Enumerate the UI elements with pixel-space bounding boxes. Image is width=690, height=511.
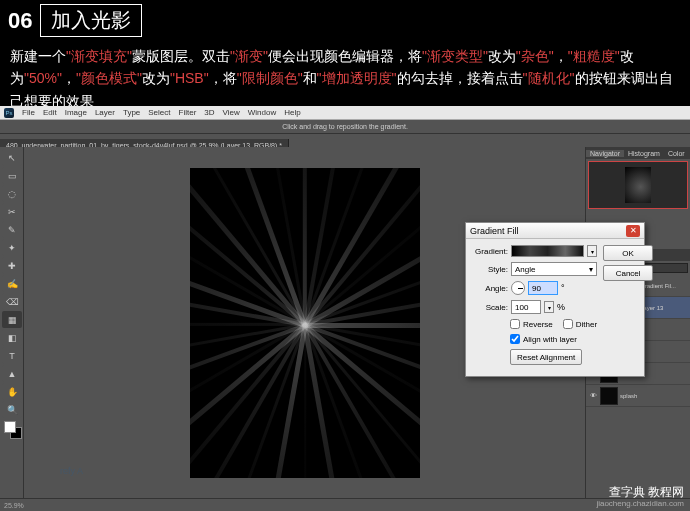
menu-help[interactable]: Help <box>284 108 300 117</box>
layer-thumbnail[interactable] <box>600 387 618 405</box>
dodge-tool-icon[interactable]: ◧ <box>2 329 22 346</box>
menu-select[interactable]: Select <box>148 108 170 117</box>
toolbox: ↖ ▭ ◌ ✂ ✎ ✦ ✚ ✍ ⌫ ▦ ◧ T ▲ ✋ 🔍 <box>0 147 24 498</box>
angle-unit: ° <box>561 283 565 293</box>
gradient-tool-icon[interactable]: ▦ <box>2 311 22 328</box>
gradient-preview[interactable] <box>511 245 584 257</box>
stamp-tool-icon[interactable]: ✍ <box>2 275 22 292</box>
options-bar: Click and drag to reposition the gradien… <box>0 120 690 134</box>
watermark: 查字典 教程网 jiaocheng.chazidian.com <box>596 485 684 509</box>
dialog-title: Gradient Fill <box>470 226 519 236</box>
cancel-button[interactable]: Cancel <box>603 265 653 281</box>
gradient-fill-dialog: Gradient Fill ✕ Gradient: ▾ Style: Angle… <box>465 222 645 377</box>
type-tool-icon[interactable]: T <box>2 347 22 364</box>
gradient-label: Gradient: <box>472 247 508 256</box>
step-number: 06 <box>8 8 32 34</box>
zoom-tool-icon[interactable]: 🔍 <box>2 401 22 418</box>
eyedropper-tool-icon[interactable]: ✎ <box>2 221 22 238</box>
menu-filter[interactable]: Filter <box>179 108 197 117</box>
eraser-tool-icon[interactable]: ⌫ <box>2 293 22 310</box>
dialog-titlebar[interactable]: Gradient Fill ✕ <box>466 223 644 239</box>
tab-navigator[interactable]: Navigator <box>586 150 624 157</box>
scale-dropdown-icon[interactable]: ▾ <box>544 301 554 313</box>
tab-histogram[interactable]: Histogram <box>624 150 664 157</box>
foreground-swatch[interactable] <box>4 421 16 433</box>
status-zoom: 25.9% <box>4 502 24 509</box>
style-select[interactable]: Angle▾ <box>511 262 597 276</box>
menu-view[interactable]: View <box>223 108 240 117</box>
menu-type[interactable]: Type <box>123 108 140 117</box>
marquee-tool-icon[interactable]: ▭ <box>2 167 22 184</box>
close-icon[interactable]: ✕ <box>626 225 640 237</box>
style-label: Style: <box>472 265 508 274</box>
menu-edit[interactable]: Edit <box>43 108 57 117</box>
step-description: 新建一个"渐变填充"蒙版图层。双击"渐变"便会出现颜色编辑器，将"渐变类型"改为… <box>8 45 682 112</box>
layer-row[interactable]: 👁 splash <box>586 385 690 407</box>
angle-dial[interactable] <box>511 281 525 295</box>
scale-label: Scale: <box>472 303 508 312</box>
tab-color[interactable]: Color <box>664 150 689 157</box>
menu-image[interactable]: Image <box>65 108 87 117</box>
align-checkbox[interactable]: Align with layer <box>510 334 577 344</box>
status-bar: 25.9% <box>0 498 690 511</box>
angle-input[interactable]: 90 <box>528 281 558 295</box>
reset-alignment-button[interactable]: Reset Alignment <box>510 349 582 365</box>
menu-file[interactable]: File <box>22 108 35 117</box>
crop-tool-icon[interactable]: ✂ <box>2 203 22 220</box>
ok-button[interactable]: OK <box>603 245 653 261</box>
navigator-preview[interactable] <box>588 161 688 209</box>
hand-tool-icon[interactable]: ✋ <box>2 383 22 400</box>
visibility-icon[interactable]: 👁 <box>588 392 598 399</box>
heal-tool-icon[interactable]: ✦ <box>2 239 22 256</box>
brush-tool-icon[interactable]: ✚ <box>2 257 22 274</box>
layer-name: splash <box>620 393 688 399</box>
menubar: Ps File Edit Image Layer Type Select Fil… <box>0 106 690 120</box>
color-swatches[interactable] <box>2 421 21 443</box>
scale-input[interactable]: 100 <box>511 300 541 314</box>
step-title: 加入光影 <box>40 4 142 37</box>
move-tool-icon[interactable]: ↖ <box>2 149 22 166</box>
angle-label: Angle: <box>472 284 508 293</box>
reverse-checkbox[interactable]: Reverse <box>510 319 553 329</box>
shape-tool-icon[interactable]: ▲ <box>2 365 22 382</box>
author-logo: refy A <box>60 466 83 476</box>
dither-checkbox[interactable]: Dither <box>563 319 597 329</box>
artwork <box>190 168 420 478</box>
scale-unit: % <box>557 302 565 312</box>
ps-logo-icon: Ps <box>4 108 14 118</box>
menu-window[interactable]: Window <box>248 108 276 117</box>
menu-3d[interactable]: 3D <box>204 108 214 117</box>
lasso-tool-icon[interactable]: ◌ <box>2 185 22 202</box>
gradient-dropdown-icon[interactable]: ▾ <box>587 245 597 257</box>
menu-layer[interactable]: Layer <box>95 108 115 117</box>
